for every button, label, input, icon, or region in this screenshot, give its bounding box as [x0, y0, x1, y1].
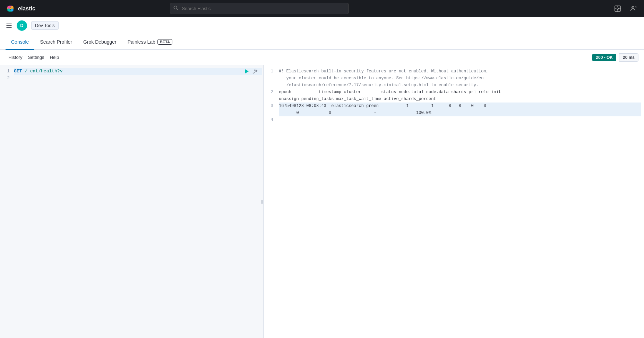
- panel-resize-handle[interactable]: ||: [260, 195, 263, 208]
- tab-grok-debugger[interactable]: Grok Debugger: [78, 34, 122, 50]
- search-icon: [173, 6, 178, 12]
- editor-line-1: GET /_cat/health?v: [14, 68, 262, 75]
- output-text: #! Elasticsearch built-in security featu…: [276, 65, 644, 126]
- output-line-3: 1675498123 08:08:43 elasticsearch green …: [279, 103, 641, 109]
- svg-point-14: [633, 7, 634, 8]
- svg-point-3: [10, 6, 13, 9]
- tab-navigation: Console Search Profiler Grok Debugger Pa…: [0, 34, 644, 50]
- tab-search-profiler[interactable]: Search Profiler: [34, 34, 78, 50]
- output-line-numbers: 1 2 3 4: [264, 65, 276, 126]
- response-status-badge: 200 - OK: [592, 54, 616, 61]
- editor-panel[interactable]: 1 2 GET /_cat/health?v: [0, 65, 264, 338]
- out-num-2b: [264, 96, 276, 103]
- tab-console[interactable]: Console: [6, 34, 34, 50]
- output-panel: 1 2 3 4 #! Elasticsearch built-in securi…: [264, 65, 644, 338]
- help-button[interactable]: Help: [47, 53, 62, 61]
- user-menu-button[interactable]: [627, 3, 638, 14]
- settings-button-editor[interactable]: [252, 69, 258, 74]
- out-num-3b: [264, 109, 276, 116]
- hamburger-menu-button[interactable]: [6, 22, 12, 29]
- svg-line-6: [177, 9, 178, 10]
- main-content: 1 2 GET /_cat/health?v: [0, 65, 644, 338]
- response-time-badge: 20 ms: [619, 53, 638, 62]
- svg-point-1: [7, 6, 10, 9]
- line-num-2: 2: [0, 75, 12, 82]
- output-line-1: #! Elasticsearch built-in security featu…: [279, 68, 641, 75]
- svg-point-4: [10, 8, 13, 11]
- elastic-logo-text: elastic: [18, 6, 35, 12]
- output-wrapper: 1 2 3 4 #! Elasticsearch built-in securi…: [264, 65, 644, 126]
- svg-point-8: [617, 8, 618, 9]
- svg-point-5: [174, 6, 177, 9]
- svg-line-16: [635, 7, 636, 8]
- user-avatar: D: [17, 20, 27, 31]
- top-navigation: elastic: [0, 0, 644, 17]
- run-button[interactable]: [244, 69, 249, 74]
- console-toolbar: History Settings Help 200 - OK 20 ms: [0, 50, 644, 65]
- editor-line-numbers: 1 2: [0, 65, 12, 338]
- output-line-2: epoch timestamp cluster status node.tota…: [279, 89, 641, 96]
- tab-painless-lab[interactable]: Painless Lab BETA: [122, 34, 178, 50]
- out-num-1b: [264, 75, 276, 82]
- output-line-4: [279, 116, 641, 123]
- elastic-logo[interactable]: elastic: [6, 4, 35, 14]
- search-input[interactable]: [170, 3, 349, 14]
- top-nav-right: [612, 3, 638, 14]
- settings-button[interactable]: Settings: [25, 53, 47, 61]
- elastic-logo-icon: [6, 4, 15, 14]
- out-num-3: 3: [264, 103, 276, 109]
- out-num-1: 1: [264, 68, 276, 75]
- line-num-1: 1: [0, 68, 12, 75]
- editor-content[interactable]: GET /_cat/health?v: [12, 65, 263, 338]
- out-num-4: 4: [264, 116, 276, 123]
- dev-tools-badge[interactable]: Dev Tools: [31, 21, 59, 30]
- api-path: /_cat/health?v: [25, 68, 62, 75]
- output-line-1c: /elasticsearch/reference/7.17/security-m…: [279, 82, 641, 89]
- second-nav: D Dev Tools: [0, 17, 644, 34]
- global-search-bar[interactable]: [170, 3, 349, 14]
- help-icon-button[interactable]: [612, 3, 623, 14]
- svg-point-2: [7, 8, 10, 11]
- out-num-1c: [264, 82, 276, 89]
- http-method: GET: [14, 68, 22, 75]
- line-actions: [244, 69, 258, 74]
- svg-marker-20: [245, 69, 249, 73]
- output-line-3b: 0 0 - 100.0%: [279, 109, 641, 116]
- output-line-2b: unassign pending_tasks max_task_wait_tim…: [279, 96, 641, 103]
- history-button[interactable]: History: [6, 53, 25, 61]
- output-line-1b: your cluster could be accessible to anyo…: [279, 75, 641, 82]
- out-num-2: 2: [264, 89, 276, 96]
- beta-badge: BETA: [157, 39, 172, 45]
- editor-line-2: [14, 75, 262, 82]
